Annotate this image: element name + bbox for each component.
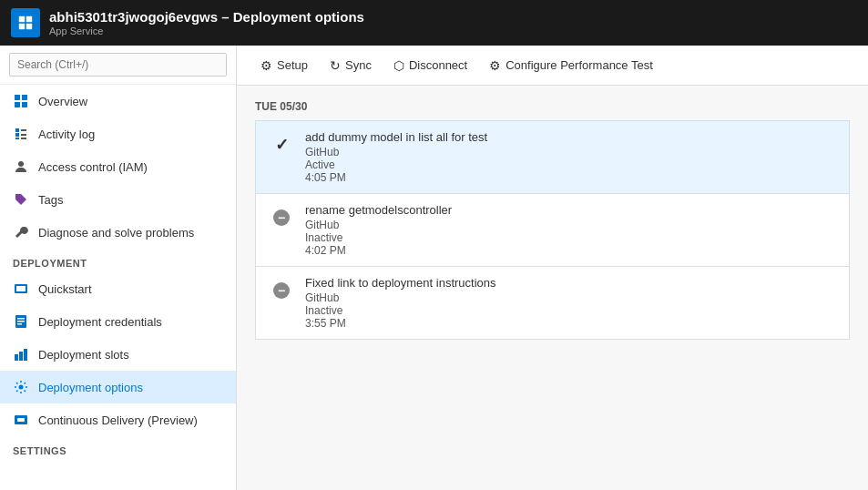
sidebar-item-tags[interactable]: Tags (0, 183, 236, 216)
quickstart-icon (13, 281, 29, 297)
deploy-state-1: Active (305, 158, 836, 171)
deployment-item-1[interactable]: ✓ add dummy model in list all for test G… (255, 120, 850, 193)
credentials-icon (13, 313, 29, 330)
deploy-title-3: Fixed link to deployment instructions (305, 276, 836, 290)
cloud-icon (13, 412, 29, 428)
sidebar-item-deployment-credentials[interactable]: Deployment credentials (0, 305, 236, 338)
page-title: abhi5301tr3jwogoj6evgws – Deployment opt… (49, 9, 364, 25)
configure-icon: ⚙ (489, 58, 501, 73)
sidebar-item-label: Tags (38, 193, 63, 207)
sidebar-item-label: Access control (IAM) (38, 160, 148, 174)
sidebar-item-label: Deployment slots (38, 348, 129, 362)
sidebar-item-deployment-options[interactable]: Deployment options (0, 371, 236, 403)
svg-rect-21 (15, 354, 18, 361)
app-header: abhi5301tr3jwogoj6evgws – Deployment opt… (0, 0, 868, 46)
date-label: TUE 05/30 (255, 100, 850, 113)
active-status-icon: ✓ (269, 132, 294, 158)
app-subtitle: App Service (49, 26, 364, 36)
deploy-title-2: rename getmodelscontroller (305, 203, 836, 217)
deploy-source-2: GitHub (305, 219, 836, 231)
setup-label: Setup (277, 58, 308, 72)
settings-section-label: SETTINGS (0, 436, 236, 460)
deploy-source-1: GitHub (305, 146, 836, 158)
sidebar-item-label: Quickstart (38, 282, 92, 296)
svg-rect-5 (22, 95, 27, 100)
svg-rect-18 (17, 318, 25, 320)
sync-icon: ↻ (330, 58, 341, 73)
sidebar-item-label: Overview (38, 95, 87, 108)
svg-rect-22 (19, 352, 23, 361)
sidebar-item-activity-log[interactable]: Activity log (0, 117, 236, 150)
svg-rect-16 (16, 286, 26, 291)
minus-icon-2: − (273, 209, 290, 226)
setup-icon: ⚙ (260, 58, 272, 73)
svg-rect-23 (24, 349, 27, 361)
svg-point-14 (18, 161, 24, 167)
deploy-time-3: 3:55 PM (305, 317, 836, 330)
deploy-info-1: add dummy model in list all for test Git… (305, 130, 836, 184)
toolbar: ⚙ Setup ↻ Sync ⬡ Disconnect ⚙ Configure … (237, 46, 868, 86)
checkmark-icon: ✓ (275, 135, 289, 155)
svg-rect-8 (15, 128, 19, 132)
wrench-icon (13, 224, 29, 240)
sidebar-item-diagnose[interactable]: Diagnose and solve problems (0, 216, 236, 249)
sync-button[interactable]: ↻ Sync (321, 53, 381, 78)
svg-point-24 (19, 385, 24, 390)
sidebar-item-overview[interactable]: Overview (0, 85, 236, 117)
deploy-time-1: 4:05 PM (305, 171, 836, 184)
content-area: ⚙ Setup ↻ Sync ⬡ Disconnect ⚙ Configure … (237, 46, 868, 490)
setup-button[interactable]: ⚙ Setup (251, 53, 317, 78)
svg-rect-11 (21, 134, 26, 136)
logo-icon (18, 15, 33, 30)
sidebar-item-label: Activity log (38, 128, 95, 141)
sidebar-item-label: Diagnose and solve problems (38, 226, 194, 240)
search-container (0, 46, 236, 85)
sidebar-item-deployment-slots[interactable]: Deployment slots (0, 338, 236, 371)
svg-rect-10 (15, 133, 19, 137)
deploy-info-2: rename getmodelscontroller GitHub Inacti… (305, 203, 836, 257)
svg-rect-4 (15, 95, 20, 100)
sidebar-item-continuous-delivery[interactable]: Continuous Delivery (Preview) (0, 403, 236, 436)
header-text: abhi5301tr3jwogoj6evgws – Deployment opt… (49, 9, 364, 36)
grid-icon (13, 93, 29, 109)
gear-icon (13, 379, 29, 395)
deploy-state-3: Inactive (305, 304, 836, 317)
svg-rect-2 (19, 24, 25, 29)
person-icon (13, 158, 29, 175)
inactive-status-icon-3: − (269, 278, 294, 303)
sidebar-item-quickstart[interactable]: Quickstart (0, 272, 236, 305)
slots-icon (13, 346, 29, 362)
sidebar-item-access-control[interactable]: Access control (IAM) (0, 150, 236, 183)
svg-rect-1 (26, 16, 32, 22)
disconnect-button[interactable]: ⬡ Disconnect (384, 53, 476, 78)
deploy-state-2: Inactive (305, 231, 836, 244)
deployment-list: TUE 05/30 ✓ add dummy model in list all … (237, 86, 868, 490)
svg-rect-20 (17, 323, 22, 325)
svg-rect-0 (19, 16, 25, 22)
svg-rect-12 (15, 138, 19, 139)
deployment-item-3[interactable]: − Fixed link to deployment instructions … (255, 266, 850, 340)
sidebar-item-label: Deployment credentials (38, 315, 162, 329)
svg-rect-6 (15, 102, 20, 107)
search-input[interactable] (9, 53, 227, 77)
sidebar: Overview Activity log Access control (IA… (0, 46, 237, 490)
sidebar-item-label: Deployment options (38, 381, 143, 394)
minus-icon-3: − (273, 282, 290, 299)
configure-perf-button[interactable]: ⚙ Configure Performance Test (480, 53, 662, 78)
sync-label: Sync (345, 58, 372, 72)
deploy-source-3: GitHub (305, 291, 836, 304)
svg-rect-13 (21, 138, 26, 139)
deploy-time-2: 4:02 PM (305, 244, 836, 257)
deployment-section-label: DEPLOYMENT (0, 249, 236, 272)
deploy-title-1: add dummy model in list all for test (305, 130, 836, 144)
disconnect-label: Disconnect (409, 58, 467, 72)
sidebar-item-label: Continuous Delivery (Preview) (38, 413, 198, 427)
disconnect-icon: ⬡ (393, 58, 404, 73)
main-layout: Overview Activity log Access control (IA… (0, 46, 868, 490)
configure-label: Configure Performance Test (505, 58, 653, 72)
svg-rect-26 (17, 418, 25, 422)
svg-rect-19 (17, 321, 25, 322)
deploy-info-3: Fixed link to deployment instructions Gi… (305, 276, 836, 330)
svg-rect-7 (22, 102, 27, 107)
deployment-item-2[interactable]: − rename getmodelscontroller GitHub Inac… (255, 193, 850, 266)
